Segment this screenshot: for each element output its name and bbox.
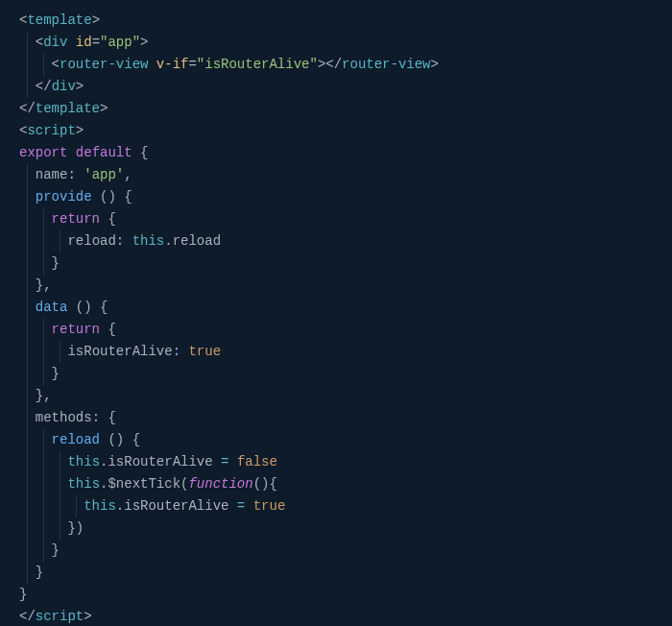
bracket: </ xyxy=(19,101,36,116)
indent xyxy=(19,432,52,447)
bracket: > xyxy=(84,609,91,624)
code-line: } xyxy=(19,253,653,275)
property: .isRouterAlive xyxy=(116,498,229,514)
code-line: data () { xyxy=(19,297,653,319)
tag: router-view xyxy=(60,57,148,72)
property: methods xyxy=(36,410,92,425)
space xyxy=(124,432,132,447)
code-line: </script> xyxy=(19,606,653,626)
this: this xyxy=(132,233,165,249)
code-line: this.isRouterAlive = true xyxy=(19,495,653,518)
string: "isRouterAlive" xyxy=(197,57,318,72)
code-line: <template> xyxy=(19,10,653,32)
code-line: return { xyxy=(19,319,653,341)
attr: v-if xyxy=(156,57,189,72)
bracket: </ xyxy=(19,609,36,624)
keyword: return xyxy=(52,322,100,337)
bracket: > xyxy=(76,123,84,138)
brace: { xyxy=(108,322,115,337)
property: .$nextTick( xyxy=(100,476,188,492)
keyword: return xyxy=(52,211,100,227)
tag: router-view xyxy=(342,57,430,72)
space xyxy=(92,189,100,205)
brace: }, xyxy=(36,388,52,403)
code-line: <div id="app"> xyxy=(19,32,653,54)
brace: { xyxy=(140,145,148,160)
code-line: </div> xyxy=(19,76,653,98)
code-line: } xyxy=(19,584,653,606)
punct: = xyxy=(188,57,196,72)
method: reload xyxy=(52,432,100,447)
space xyxy=(67,35,75,50)
brace: { xyxy=(108,410,115,425)
code-line: }) xyxy=(19,518,653,540)
code-line: isRouterAlive: true xyxy=(19,341,653,363)
paren: (){ xyxy=(253,476,277,492)
punct: : xyxy=(67,167,84,182)
brace: { xyxy=(100,300,108,315)
brace: } xyxy=(52,255,60,271)
operator: = xyxy=(213,454,237,470)
paren: () xyxy=(108,432,124,447)
string: 'app' xyxy=(84,167,124,182)
space xyxy=(132,145,140,160)
indent xyxy=(19,498,84,514)
method: provide xyxy=(36,189,92,205)
operator: = xyxy=(228,498,252,514)
property: isRouterAlive xyxy=(67,344,172,359)
code-line: reload () { xyxy=(19,429,653,451)
code-line: }, xyxy=(19,385,653,407)
code-line: reload: this.reload xyxy=(19,230,653,253)
code-line: methods: { xyxy=(19,407,653,429)
property: reload xyxy=(67,233,115,249)
boolean: true xyxy=(188,344,221,359)
code-line: } xyxy=(19,363,653,385)
brace: { xyxy=(132,432,140,447)
this: this xyxy=(67,476,100,492)
indent xyxy=(19,366,52,381)
bracket: > xyxy=(92,12,100,28)
tag: script xyxy=(36,609,84,624)
bracket: </ xyxy=(36,79,52,94)
space xyxy=(116,189,124,205)
space xyxy=(92,300,100,315)
code-editor[interactable]: <template> <div id="app"> <router-view v… xyxy=(19,10,653,626)
brace: } xyxy=(36,565,43,580)
brace: }, xyxy=(36,277,52,293)
bracket: > xyxy=(140,35,148,50)
punct: : xyxy=(92,410,108,425)
punct: : xyxy=(116,233,132,249)
brace: { xyxy=(124,189,132,205)
space xyxy=(67,145,75,160)
indent xyxy=(19,255,52,271)
this: this xyxy=(84,498,116,514)
tag: template xyxy=(36,101,100,116)
brace: } xyxy=(52,366,60,381)
space xyxy=(148,57,156,72)
keyword: default xyxy=(76,145,132,160)
code-line: name: 'app', xyxy=(19,164,653,186)
bracket: > xyxy=(431,57,439,72)
boolean: true xyxy=(253,498,286,514)
tag: script xyxy=(27,123,75,138)
tag: div xyxy=(52,79,76,94)
bracket: > xyxy=(100,101,108,116)
indent xyxy=(19,211,52,227)
space xyxy=(67,300,75,315)
code-line: provide () { xyxy=(19,186,653,208)
bracket: > xyxy=(76,79,84,94)
keyword: export xyxy=(19,145,67,160)
bracket: < xyxy=(52,57,60,72)
indent xyxy=(19,322,52,337)
code-line: export default { xyxy=(19,142,653,164)
paren: }) xyxy=(67,520,84,536)
code-line: return { xyxy=(19,208,653,230)
indent xyxy=(19,57,52,72)
string: "app" xyxy=(100,35,140,50)
tag: div xyxy=(43,35,67,50)
code-line: <router-view v-if="isRouterAlive"></rout… xyxy=(19,54,653,76)
tag: template xyxy=(27,12,91,28)
punct: : xyxy=(173,344,189,359)
property: .reload xyxy=(164,233,221,249)
code-line: }, xyxy=(19,275,653,297)
